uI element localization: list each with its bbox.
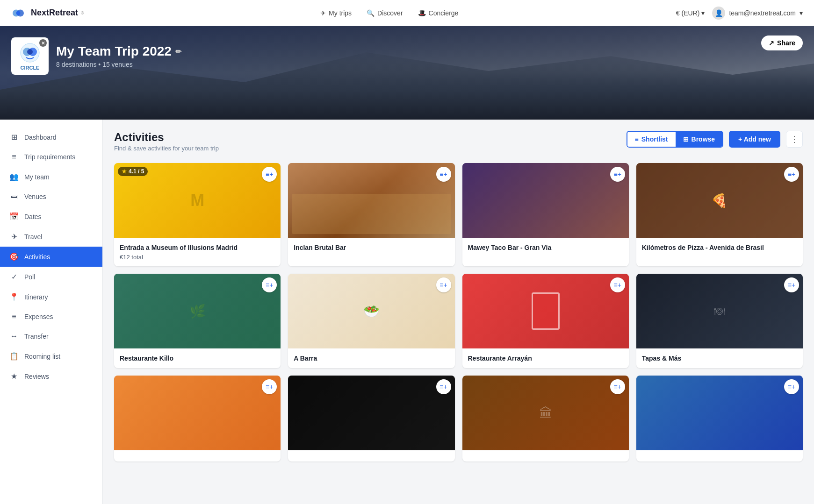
- card-shortlist-button[interactable]: ≡+: [436, 167, 451, 182]
- card-price: €12 total: [120, 254, 275, 261]
- card-title: A Barra: [294, 354, 449, 362]
- sidebar-item-trip-requirements[interactable]: ≡ Trip requirements: [0, 147, 102, 167]
- card-rating: ★ 4.1 / 5: [118, 167, 148, 176]
- activity-card-mawey-taco-bar[interactable]: ≡+ Mawey Taco Bar - Gran Vía: [462, 163, 629, 266]
- poll-icon: ✓: [9, 272, 19, 281]
- shortlist-icon: ≡: [635, 135, 639, 143]
- card-shortlist-button[interactable]: ≡+: [610, 277, 625, 292]
- card-shortlist-button[interactable]: ≡+: [784, 167, 799, 182]
- card-shortlist-button[interactable]: ≡+: [610, 167, 625, 182]
- card-shortlist-button[interactable]: ≡+: [436, 277, 451, 292]
- add-to-list-icon: ≡+: [614, 383, 621, 390]
- itinerary-icon: 📍: [9, 292, 19, 301]
- card-body: A Barra: [288, 348, 454, 368]
- sidebar-item-poll[interactable]: ✓ Poll: [0, 267, 102, 287]
- user-menu[interactable]: 👤 team@nextretreat.com ▾: [712, 7, 803, 20]
- close-icon[interactable]: ✕: [39, 39, 47, 47]
- share-button[interactable]: ↗ Share: [761, 35, 803, 50]
- add-to-list-icon: ≡+: [439, 281, 447, 289]
- activity-card-row3-4[interactable]: ≡+: [636, 376, 803, 461]
- expenses-icon: ≡: [9, 312, 19, 321]
- card-image: ≡+: [288, 163, 454, 238]
- activity-card-row3-1[interactable]: ≡+: [114, 376, 281, 461]
- sidebar-item-my-team[interactable]: 👥 My team: [0, 167, 102, 187]
- app-name: NextRetreat: [31, 8, 78, 18]
- activity-card-inclan-brutal-bar[interactable]: ≡+ Inclan Brutal Bar: [288, 163, 454, 266]
- sidebar-item-dashboard[interactable]: ⊞ Dashboard: [0, 127, 102, 147]
- card-body: Restaurante Arrayán: [462, 348, 629, 368]
- top-navigation: NextRetreat ® ✈ My trips 🔍 Discover 🎩 Co…: [0, 0, 814, 26]
- card-image: 🍕 ≡+: [636, 163, 803, 238]
- activity-card-row3-3[interactable]: 🏛 ≡+: [462, 376, 629, 461]
- chevron-down-icon: ▾: [800, 9, 803, 17]
- sidebar-item-travel[interactable]: ✈ Travel: [0, 227, 102, 247]
- plane-icon: ✈: [320, 9, 326, 17]
- card-title: Entrada a Museum of Illusions Madrid: [120, 243, 275, 252]
- card-body: [114, 450, 281, 461]
- sidebar-item-transfer[interactable]: ↔ Transfer: [0, 327, 102, 346]
- add-to-list-icon: ≡+: [788, 281, 795, 289]
- avatar: 👤: [712, 7, 725, 20]
- card-image: ≡+: [636, 376, 803, 450]
- card-image: ≡+: [288, 376, 454, 450]
- search-icon: 🔍: [367, 9, 375, 17]
- activity-card-tapas-mas[interactable]: 🍽 ≡+ Tapas & Más: [636, 274, 803, 368]
- sidebar-item-rooming-list[interactable]: 📋 Rooming list: [0, 346, 102, 366]
- app-body: ⊞ Dashboard ≡ Trip requirements 👥 My tea…: [0, 120, 814, 504]
- card-body: Tapas & Más: [636, 348, 803, 368]
- card-title: Mawey Taco Bar - Gran Vía: [468, 243, 623, 252]
- add-to-list-icon: ≡+: [788, 170, 795, 178]
- add-to-list-icon: ≡+: [439, 170, 447, 178]
- card-image: M ★ 4.1 / 5 ≡+: [114, 163, 281, 238]
- card-title: Restaurante Arrayán: [468, 354, 623, 362]
- nav-my-trips[interactable]: ✈ My trips: [320, 9, 352, 17]
- card-title: Inclan Brutal Bar: [294, 243, 449, 252]
- app-logo[interactable]: NextRetreat ®: [11, 7, 84, 19]
- sidebar: ⊞ Dashboard ≡ Trip requirements 👥 My tea…: [0, 120, 103, 504]
- sidebar-item-activities[interactable]: 🎯 Activities: [0, 247, 102, 267]
- card-image: 🏛 ≡+: [462, 376, 629, 450]
- nav-concierge[interactable]: 🎩 Concierge: [418, 9, 459, 17]
- nav-right: € (EUR) ▾ 👤 team@nextretreat.com ▾: [676, 7, 803, 20]
- activity-card-kilometros-pizza[interactable]: 🍕 ≡+ Kilómetros de Pizza - Avenida de Br…: [636, 163, 803, 266]
- card-image: ≡+: [114, 376, 281, 450]
- sidebar-item-reviews[interactable]: ★ Reviews: [0, 366, 102, 386]
- add-new-button[interactable]: + Add new: [729, 131, 780, 148]
- sidebar-item-dates[interactable]: 📅 Dates: [0, 206, 102, 227]
- card-shortlist-button[interactable]: ≡+: [262, 167, 277, 182]
- team-icon: 👥: [9, 172, 19, 181]
- browse-tab[interactable]: ⊞ Browse: [676, 132, 723, 147]
- card-shortlist-button[interactable]: ≡+: [610, 379, 625, 394]
- card-image: 🥗 ≡+: [288, 274, 454, 348]
- card-shortlist-button[interactable]: ≡+: [784, 277, 799, 292]
- activity-card-row3-2[interactable]: ≡+: [288, 376, 454, 461]
- activity-card-museum-illusions[interactable]: M ★ 4.1 / 5 ≡+ Entrada a Museum of Illus…: [114, 163, 281, 266]
- activities-actions: ≡ Shortlist ⊞ Browse + Add new ⋮: [627, 131, 803, 148]
- card-title: Restaurante Killo: [120, 354, 275, 362]
- add-to-list-icon: ≡+: [439, 383, 447, 390]
- card-body: Inclan Brutal Bar: [288, 238, 454, 257]
- trip-title: My Team Trip 2022 ✏: [56, 44, 181, 59]
- card-image: ≡+: [462, 274, 629, 348]
- card-body: [636, 450, 803, 461]
- chevron-down-icon: ▾: [701, 9, 705, 17]
- trip-meta: 8 destinations • 15 venues: [56, 61, 181, 68]
- sidebar-item-venues[interactable]: 🛏 Venues: [0, 187, 102, 206]
- browse-icon: ⊞: [683, 135, 689, 143]
- activity-card-a-barra[interactable]: 🥗 ≡+ A Barra: [288, 274, 454, 368]
- activity-card-restaurante-arrayan[interactable]: ≡+ Restaurante Arrayán: [462, 274, 629, 368]
- card-shortlist-button[interactable]: ≡+: [436, 379, 451, 394]
- shortlist-tab[interactable]: ≡ Shortlist: [627, 132, 676, 147]
- nav-discover[interactable]: 🔍 Discover: [367, 9, 403, 17]
- sidebar-item-expenses[interactable]: ≡ Expenses: [0, 307, 102, 327]
- requirements-icon: ≡: [9, 153, 19, 161]
- card-title: Kilómetros de Pizza - Avenida de Brasil: [642, 243, 797, 252]
- activity-card-restaurante-killo[interactable]: 🌿 ≡+ Restaurante Killo: [114, 274, 281, 368]
- venues-icon: 🛏: [9, 192, 19, 201]
- edit-icon[interactable]: ✏: [175, 47, 181, 56]
- currency-selector[interactable]: € (EUR) ▾: [676, 9, 705, 17]
- card-image: 🌿 ≡+: [114, 274, 281, 348]
- hero-text-block: My Team Trip 2022 ✏ 8 destinations • 15 …: [56, 44, 181, 68]
- sidebar-item-itinerary[interactable]: 📍 Itinerary: [0, 287, 102, 307]
- more-options-button[interactable]: ⋮: [786, 131, 803, 148]
